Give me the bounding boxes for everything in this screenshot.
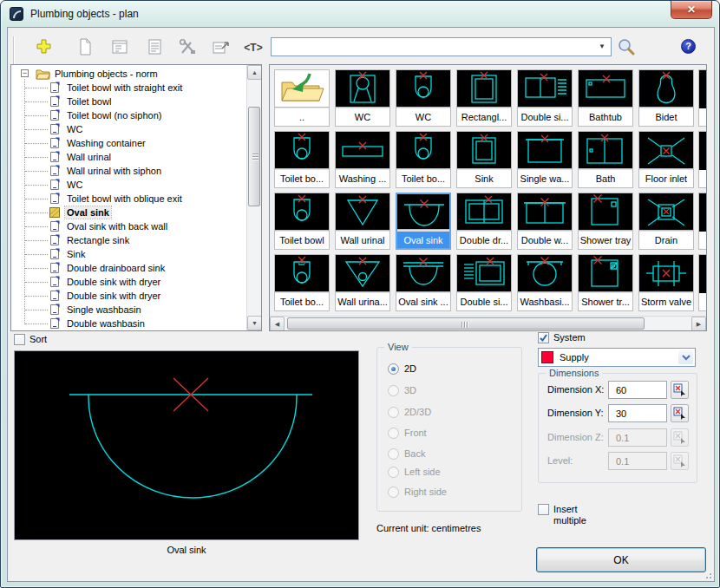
- tree-root[interactable]: − Plumbing objects - norm: [11, 67, 261, 81]
- tree-item[interactable]: Double drainboard sink: [11, 261, 261, 275]
- grid-item[interactable]: Toilet bowl: [274, 193, 330, 250]
- grid-item[interactable]: WC: [335, 69, 390, 127]
- tree-item-label: WC: [65, 179, 84, 191]
- preview-pane: [14, 350, 359, 540]
- tree-item[interactable]: WC: [11, 178, 261, 192]
- scroll-down-button[interactable]: ▼: [247, 316, 262, 330]
- grid-item[interactable]: Toilet bo...: [274, 131, 330, 188]
- grid-item[interactable]: Shower tray: [578, 193, 633, 250]
- tree-item[interactable]: Rectangle sink: [11, 233, 261, 247]
- sink-icon: [457, 132, 511, 169]
- title-bar[interactable]: Plumbing objects - plan ✕: [1, 1, 719, 27]
- grid-item[interactable]: Wall urina...: [335, 254, 390, 311]
- tree-item[interactable]: Oval sink: [11, 206, 261, 219]
- grid-item[interactable]: Shower tr...: [578, 254, 633, 311]
- search-combobox[interactable]: ▼: [271, 37, 612, 56]
- dimension-input[interactable]: [608, 404, 667, 422]
- grid-item[interactable]: ..: [274, 69, 330, 127]
- insert-text-button[interactable]: <T>: [242, 36, 265, 58]
- tree-item[interactable]: Toilet bowl: [11, 95, 261, 108]
- grid-item[interactable]: WC: [396, 69, 451, 127]
- tree-item[interactable]: Single washbasin: [11, 303, 261, 317]
- radio-icon[interactable]: [388, 363, 399, 375]
- tree-item[interactable]: Sink: [11, 247, 261, 261]
- pick-from-drawing-button[interactable]: [671, 381, 689, 399]
- grid-item[interactable]: Washing ...: [335, 131, 390, 188]
- toilet-top-icon: [275, 132, 329, 169]
- sort-checkbox-box[interactable]: [14, 334, 25, 345]
- tree-item[interactable]: Wall urinal: [11, 150, 261, 164]
- tree-scrollbar[interactable]: ▲ ▼: [246, 65, 261, 330]
- grid-item[interactable]: Bath: [578, 131, 633, 188]
- add-object-button[interactable]: [32, 36, 55, 58]
- object-grid[interactable]: .. WC WC Rectangl... Double si... Bathtu…: [269, 64, 707, 331]
- grid-item[interactable]: Sink: [456, 131, 512, 188]
- grid-item[interactable]: Oval sink ...: [396, 254, 451, 311]
- pick-from-drawing-button[interactable]: [671, 404, 689, 422]
- scroll-right-button[interactable]: ▶: [691, 317, 706, 331]
- object-icon: [49, 151, 60, 165]
- system-label: System: [553, 332, 586, 343]
- help-button[interactable]: ?: [681, 39, 696, 54]
- tree-item[interactable]: Washing container: [11, 136, 261, 150]
- tree-item[interactable]: WC: [11, 122, 261, 136]
- grid-item[interactable]: Floor inlet: [638, 131, 694, 188]
- ok-button[interactable]: OK: [536, 547, 706, 572]
- object-icon: [49, 290, 60, 304]
- grid-item[interactable]: Double si...: [456, 254, 512, 311]
- tree-item[interactable]: Double sink with dryer: [11, 289, 261, 303]
- grid-item[interactable]: Double si...: [517, 69, 573, 127]
- dimension-input[interactable]: [608, 381, 667, 399]
- grid-scrollbar[interactable]: ◀ ▶: [270, 316, 706, 330]
- grid-item[interactable]: Double w...: [517, 193, 573, 250]
- grid-item[interactable]: Toilet bo...: [396, 131, 451, 188]
- tree-item-label: Toilet bowl with straight exit: [65, 82, 184, 94]
- grid-item[interactable]: Bidet: [638, 69, 694, 127]
- grid-item[interactable]: Drain: [638, 193, 694, 250]
- current-unit-text: Current unit: centimetres: [376, 523, 481, 533]
- grid-item[interactable]: Single wa...: [517, 131, 573, 188]
- grid-scroll-thumb[interactable]: [287, 317, 645, 330]
- system-checkbox-box[interactable]: [538, 332, 549, 343]
- tree-expander-icon[interactable]: −: [21, 69, 29, 77]
- tree-item[interactable]: Toilet bowl (no siphon): [11, 108, 261, 122]
- dimension-label: Dimension Z:: [547, 432, 604, 442]
- scroll-up-button[interactable]: ▲: [247, 65, 262, 80]
- tree-item[interactable]: Toilet bowl with oblique exit: [11, 192, 261, 206]
- grid-item[interactable]: Washbasi...: [517, 254, 573, 311]
- combo-dropdown-arrow[interactable]: ▼: [594, 39, 610, 55]
- close-button[interactable]: ✕: [671, 1, 712, 19]
- search-icon[interactable]: [617, 37, 636, 56]
- tree-item[interactable]: Oval sink with back wall: [11, 219, 261, 233]
- settings-tools-button[interactable]: [176, 36, 199, 58]
- new-object-button[interactable]: [74, 36, 96, 58]
- properties-button[interactable]: [209, 36, 232, 58]
- grid-item[interactable]: Double dr...: [456, 193, 512, 250]
- toolbar-grip[interactable]: [13, 36, 19, 57]
- tree-scroll-thumb[interactable]: [248, 107, 260, 206]
- grid-item-label: Bath: [579, 170, 632, 187]
- tree-item[interactable]: Wall urinal with siphon: [11, 164, 261, 178]
- grid-item[interactable]: Storm valve: [638, 254, 694, 311]
- list-view-button[interactable]: [143, 36, 166, 58]
- tree-item[interactable]: Toilet bowl with straight exit: [11, 81, 261, 95]
- scroll-left-button[interactable]: ◀: [270, 317, 285, 331]
- insert-multiple-checkbox-box[interactable]: [538, 504, 549, 515]
- grid-item[interactable]: Oval sink: [396, 193, 451, 250]
- grid-item[interactable]: Bathtub: [578, 69, 633, 127]
- system-select[interactable]: Supply: [538, 348, 696, 367]
- search-input[interactable]: [273, 39, 592, 55]
- object-tree[interactable]: − Plumbing objects - norm Toilet bowl wi…: [10, 64, 262, 331]
- chevron-down-icon[interactable]: [678, 350, 693, 364]
- object-icon: [49, 82, 60, 95]
- resize-grip[interactable]: [701, 568, 711, 578]
- tree-item[interactable]: Double sink with dryer: [11, 275, 261, 289]
- edit-dialog-button[interactable]: [108, 36, 131, 58]
- tree-item-label: Oval sink: [65, 206, 111, 219]
- tree-item[interactable]: Double washbasin: [11, 317, 261, 330]
- pick-from-drawing-button: [671, 452, 689, 470]
- grid-item[interactable]: Toilet bo...: [274, 254, 330, 311]
- grid-item[interactable]: Rectangl...: [456, 69, 512, 127]
- grid-item[interactable]: Wall urinal: [335, 193, 390, 250]
- tree-item-label: Oval sink with back wall: [65, 220, 169, 232]
